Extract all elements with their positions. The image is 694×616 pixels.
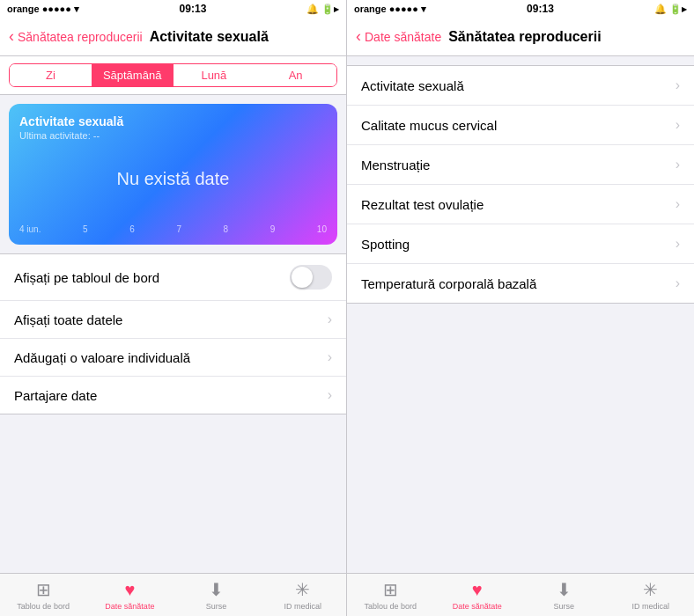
left-wifi: ▾ (74, 4, 79, 15)
chart-x-axis: 4 iun. 5 6 7 8 9 10 (19, 224, 327, 234)
list-item-toate[interactable]: Afișați toate datele › (0, 301, 346, 339)
left-time: 09:13 (180, 3, 207, 15)
segment-luna[interactable]: Lună (174, 64, 255, 86)
tab-tablou-bord-left[interactable]: ⊞ Tablou de bord (0, 574, 86, 616)
right-signal: ●●●●● (389, 4, 418, 14)
tab-label-surse-right: Surse (553, 602, 574, 611)
toggle-switch[interactable] (290, 265, 332, 290)
tab-label-id-left: ID medical (284, 602, 322, 611)
list-label-adauga: Adăugați o valoare individuală (14, 350, 190, 365)
right-back-button[interactable]: ‹ Date sănătate (356, 27, 441, 46)
tab-date-sanatate-left[interactable]: ♥ Date sănătate (86, 574, 173, 616)
tab-icon-id-right: ✳ (643, 579, 658, 600)
tab-id-medical-right[interactable]: ✳ ID medical (608, 574, 695, 616)
left-list-section: Afișați pe tabloul de bord Afișați toate… (0, 253, 346, 414)
left-carrier: orange (7, 4, 40, 14)
segment-saptamana[interactable]: Săptămână (92, 64, 174, 86)
right-tab-bar: ⊞ Tablou de bord ♥ Date sănătate ⬇ Surse… (347, 573, 694, 616)
chart-title: Activitate sexuală (19, 114, 327, 128)
tab-icon-surse-left: ⬇ (209, 579, 224, 600)
rp-chevron-menstruatie: › (676, 157, 680, 172)
list-item-tablou[interactable]: Afișați pe tabloul de bord (0, 254, 346, 301)
tab-label-surse-left: Surse (206, 602, 227, 611)
right-time: 09:13 (527, 3, 554, 15)
rp-item-menstruatie[interactable]: Menstruație › (347, 145, 694, 185)
rp-label-ovulatie: Rezultat test ovulație (361, 197, 484, 212)
chart-card: Activitate sexuală Ultima activitate: --… (9, 104, 337, 245)
right-nav-bar: ‹ Date sănătate Sănătatea reproducerii (347, 18, 694, 56)
tab-tablou-bord-right[interactable]: ⊞ Tablou de bord (347, 574, 434, 616)
list-label-tablou: Afișați pe tabloul de bord (14, 270, 159, 285)
rp-item-ovulatie[interactable]: Rezultat test ovulație › (347, 185, 694, 224)
right-status-bar: orange ●●●●● ▾ 09:13 🔔 🔋▸ (347, 0, 694, 18)
left-back-label: Sănătatea reproducerii (18, 30, 143, 44)
left-back-chevron: ‹ (9, 27, 14, 46)
left-status-bar: orange ●●●●● ▾ 09:13 🔔 🔋▸ (0, 0, 346, 18)
chart-no-data: Nu există date (19, 141, 327, 217)
list-label-partajare: Partajare date (14, 388, 97, 403)
rp-item-activitate[interactable]: Activitate sexuală › (347, 66, 694, 106)
rp-label-spotting: Spotting (361, 237, 410, 252)
tab-surse-right[interactable]: ⬇ Surse (520, 574, 608, 616)
left-nav-bar: ‹ Sănătatea reproducerii Activitate sexu… (0, 18, 346, 56)
right-nav-title: Sănătatea reproducerii (448, 29, 601, 45)
rp-label-temperatura: Temperatură corporală bazală (361, 276, 536, 291)
tab-label-date-right: Date sănătate (453, 602, 502, 611)
rp-chevron-activitate: › (676, 77, 680, 93)
right-panel: orange ●●●●● ▾ 09:13 🔔 🔋▸ ‹ Date sănătat… (347, 0, 694, 616)
tab-label-tablou-right: Tablou de bord (364, 602, 417, 611)
rp-label-calitate: Calitate mucus cervical (361, 118, 497, 133)
left-panel: orange ●●●●● ▾ 09:13 🔔 🔋▸ ‹ Sănătatea re… (0, 0, 347, 616)
list-chevron-toate: › (328, 312, 332, 327)
rp-chevron-spotting: › (676, 236, 680, 252)
tab-icon-id-left: ✳ (295, 579, 310, 600)
left-segment-control: Zi Săptămână Lună An (0, 56, 346, 95)
right-back-chevron: ‹ (356, 27, 361, 46)
tab-label-date-left: Date sănătate (105, 602, 154, 611)
tab-icon-surse-right: ⬇ (557, 579, 572, 600)
tab-surse-left[interactable]: ⬇ Surse (174, 574, 260, 616)
rp-item-calitate[interactable]: Calitate mucus cervical › (347, 106, 694, 145)
chart-subtitle: Ultima activitate: -- (19, 130, 327, 141)
list-chevron-partajare: › (328, 387, 332, 403)
rp-chevron-calitate: › (676, 117, 680, 133)
tab-label-id-right: ID medical (631, 602, 669, 611)
list-item-partajare[interactable]: Partajare date › (0, 377, 346, 414)
right-wifi: ▾ (421, 4, 426, 15)
tab-icon-tablou-right: ⊞ (383, 579, 398, 600)
segment-zi[interactable]: Zi (10, 64, 92, 86)
list-chevron-adauga: › (328, 349, 332, 365)
rp-label-activitate: Activitate sexuală (361, 78, 464, 93)
list-label-toate: Afișați toate datele (14, 312, 122, 327)
rp-chevron-temperatura: › (676, 275, 680, 291)
tab-label-tablou-left: Tablou de bord (17, 602, 70, 611)
tab-icon-date-right: ♥ (472, 580, 483, 600)
left-back-button[interactable]: ‹ Sănătatea reproducerii (9, 27, 143, 46)
right-battery-icon: 🔋▸ (669, 4, 687, 15)
rp-item-temperatura[interactable]: Temperatură corporală bazală › (347, 264, 694, 303)
tab-icon-tablou-left: ⊞ (36, 579, 51, 600)
rp-chevron-ovulatie: › (676, 196, 680, 212)
right-carrier: orange (354, 4, 387, 14)
left-nav-title: Activitate sexuală (150, 29, 269, 45)
tab-date-sanatate-right[interactable]: ♥ Date sănătate (434, 574, 521, 616)
right-alarm-icon: 🔔 (654, 4, 667, 15)
left-battery-icon: 🔋▸ (321, 4, 339, 15)
tab-icon-date-left: ♥ (124, 580, 135, 600)
right-back-label: Date sănătate (365, 30, 441, 44)
toggle-knob (292, 267, 313, 288)
left-tab-bar: ⊞ Tablou de bord ♥ Date sănătate ⬇ Surse… (0, 573, 346, 616)
rp-item-spotting[interactable]: Spotting › (347, 224, 694, 264)
right-list-section: Activitate sexuală › Calitate mucus cerv… (347, 65, 694, 304)
list-item-adauga[interactable]: Adăugați o valoare individuală › (0, 339, 346, 377)
left-alarm-icon: 🔔 (306, 4, 319, 15)
rp-label-menstruatie: Menstruație (361, 158, 430, 172)
left-signal: ●●●●● (42, 4, 71, 14)
segment-an[interactable]: An (255, 64, 336, 86)
tab-id-medical-left[interactable]: ✳ ID medical (260, 574, 346, 616)
